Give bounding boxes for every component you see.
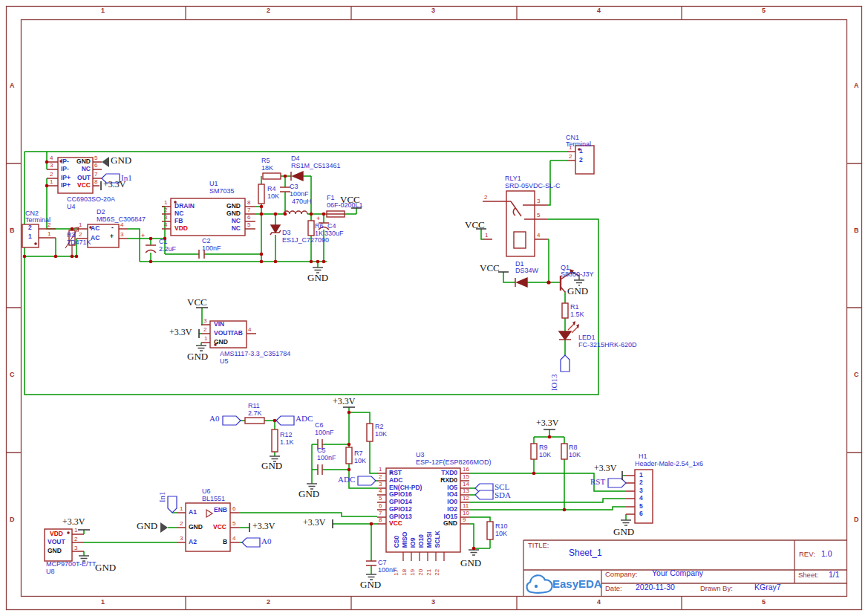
u4-pin-name: GND	[68, 158, 91, 165]
in1-label: In1	[157, 491, 166, 502]
u3-part: ESP-12F(ESP8266MOD)	[416, 459, 492, 467]
gnd-flag-u6	[160, 522, 168, 533]
h1-pin-name: 4	[639, 495, 643, 502]
r11-val: 2.7K	[248, 410, 262, 418]
u3-pin: 2	[379, 474, 382, 481]
d2-pin: 4	[120, 222, 123, 229]
u1-pin-name: NC	[174, 210, 183, 217]
h1-pin-name: 2	[639, 479, 643, 486]
u1-pin-name: GND	[218, 203, 241, 210]
rst-label: RST	[590, 477, 605, 486]
sheet-title: Sheet_1	[569, 548, 602, 558]
u6-part: BL1551	[202, 496, 225, 503]
u3-pin: 13	[463, 488, 469, 495]
d2-pin: 2	[79, 232, 82, 239]
d2-pin: 1	[79, 222, 82, 229]
u6-pin-name: A1	[189, 509, 197, 516]
u3-pin-name: IO10	[418, 534, 425, 548]
u4-pin-name: OUT	[68, 175, 91, 181]
u1-part: SM7035	[209, 188, 235, 195]
gnd-label: GND	[187, 351, 208, 362]
u1-pin: 6	[247, 215, 250, 221]
rly1-coil	[514, 232, 526, 248]
u3-pin: 1	[379, 467, 382, 473]
vcc-label: VCC	[340, 195, 360, 205]
led1-part: FC-3215HRK-620D	[578, 342, 637, 349]
r7-body	[346, 447, 352, 464]
u1-pin: 3	[164, 215, 167, 221]
u5-pin: 4	[248, 327, 251, 334]
u3-pin: 16	[463, 467, 469, 473]
adc-label: ADC	[338, 475, 355, 484]
u3-pin: 8	[379, 517, 382, 524]
u3-pin: 15	[463, 474, 469, 481]
r9-body	[531, 444, 537, 459]
cn1-pin: 2	[569, 154, 572, 161]
gnd-label: GND	[111, 155, 131, 166]
u4-pin: 8	[94, 179, 97, 186]
u5-ref: U5	[220, 358, 229, 366]
gnd-label: GND	[360, 580, 381, 590]
rev-label: REV:	[799, 551, 815, 558]
frame-col-label: 3	[431, 7, 435, 15]
u1-pin: 2	[164, 207, 167, 214]
u6-pin: 5	[232, 521, 235, 528]
u4-pin: 3	[50, 163, 53, 169]
c6-val: 100nF	[315, 429, 334, 437]
rly1-pin: 2	[484, 195, 487, 201]
u3-pin-name: GPIO14	[389, 499, 412, 505]
c4-polarity: +	[316, 215, 320, 223]
rly1-pin: 5	[537, 213, 540, 219]
u8-pin: 3	[74, 545, 77, 552]
d2-pin-name: -	[111, 224, 114, 231]
u1-pin-name: VDD	[174, 225, 188, 232]
r8-val: 10K	[569, 452, 581, 459]
u3-pin: 20	[418, 569, 425, 576]
u3-pin-name: ADC	[389, 477, 402, 484]
v33-label: +3.3V	[303, 518, 325, 528]
q1-part: S8050-J3Y	[561, 271, 594, 279]
io13-label: IO13	[549, 374, 558, 391]
v33-label: +3.3V	[169, 328, 192, 337]
frame-col-label: 5	[762, 7, 766, 15]
io13-flag	[561, 355, 570, 372]
d3-part: ES1J_C727090	[282, 237, 329, 244]
u8-ref: U8	[46, 568, 55, 576]
frame-col-label: 4	[597, 7, 601, 15]
u6-pin: 1	[180, 506, 183, 513]
a0-flag-r11	[223, 416, 241, 425]
r4-body	[258, 184, 264, 204]
u3-pin-name: RST	[389, 470, 402, 476]
d1-diode	[517, 278, 527, 287]
title-label: TITLE:	[528, 542, 549, 549]
v33-label: +3.3V	[333, 397, 355, 406]
u1-pin-name: NC	[218, 218, 241, 224]
r6-val: 1K	[315, 230, 323, 238]
u6-pin-name: VCC	[213, 524, 226, 531]
date-value: 2020-11-30	[636, 583, 675, 592]
r12-val: 1.1K	[280, 439, 294, 447]
u3-pin-name: RXD0	[414, 477, 457, 484]
u6-pin-name: ENB	[214, 507, 227, 513]
frame-row-label: B	[854, 227, 859, 235]
gnd-flag-u4	[102, 157, 109, 167]
r7-val: 10K	[354, 458, 366, 465]
u5-pin: 3	[203, 318, 206, 325]
frame-col-label: 1	[101, 7, 105, 15]
c1-polarity: +	[141, 233, 145, 240]
sheet-label: Sheet:	[798, 571, 818, 579]
frame-col-label: 5	[762, 599, 766, 606]
r5-val: 18K	[261, 165, 273, 172]
u1-pin-name: NC	[218, 225, 241, 232]
d4-part: RS1M_C513461	[291, 163, 341, 170]
u1-pin-name: GND	[218, 210, 241, 217]
vcc-label: VCC	[480, 263, 500, 273]
adc-flag-esp	[358, 476, 376, 485]
r5-body	[263, 173, 281, 179]
easyeda-logo-icon	[527, 575, 552, 593]
u5-pin: 1	[204, 336, 207, 343]
u3-pin: 18	[402, 569, 408, 576]
r6-body	[308, 221, 314, 236]
r8-body	[561, 444, 567, 459]
u3-pin: 21	[426, 569, 433, 576]
